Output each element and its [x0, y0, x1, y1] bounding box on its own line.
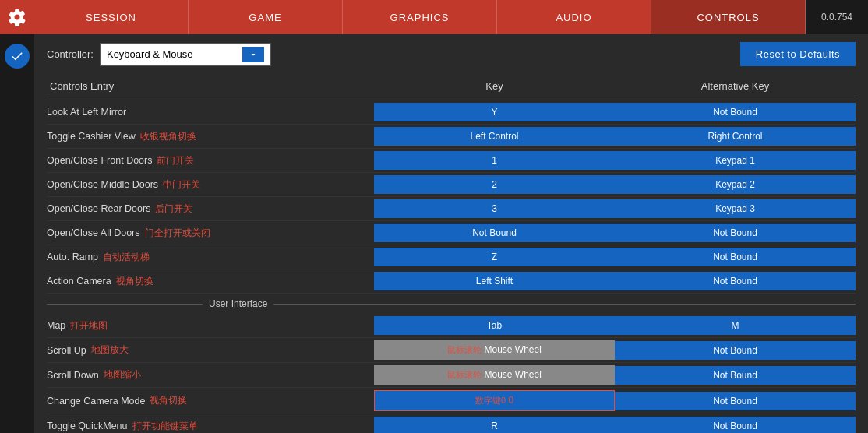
key-button[interactable]: Left Control [374, 127, 615, 146]
entry-zh: 门全打开或关闭 [145, 227, 210, 240]
entry-en: Change Camera Mode [47, 396, 145, 407]
col-key: Key [374, 80, 615, 92]
entry-zh: 视角切换 [150, 394, 187, 407]
section-title-ui: User Interface [209, 298, 267, 309]
entry-zh: 地图缩小 [104, 368, 141, 382]
controls-section-1: Look At Left Mirror Y Not Bound Toggle C… [47, 100, 856, 294]
entry-zh: 后门开关 [155, 202, 192, 216]
table-row: Change Camera Mode视角切换 数字键0 0 Not Bound [47, 388, 856, 414]
alt-key-button[interactable]: Not Bound [615, 366, 856, 385]
key-button[interactable]: Tab [374, 316, 615, 335]
table-row: Toggle QuickMenu打开功能键菜单 R Not Bound [47, 414, 856, 433]
dropdown-arrow-icon [242, 47, 264, 62]
entry-zh: 视角切换 [116, 275, 153, 288]
tab-session[interactable]: SESSION [34, 0, 189, 34]
key-prefix: 鼠标滚轮 [447, 345, 482, 354]
alt-key-button[interactable]: Not Bound [615, 417, 856, 433]
main-panel: Controller: Keyboard & Mouse Reset to De… [34, 34, 868, 433]
entry-zh: 地图放大 [91, 343, 129, 357]
entry-zh: 前门开关 [157, 154, 194, 167]
table-row: Open/Close Rear Doors后门开关 3 Keypad 3 [47, 197, 856, 221]
entry-en: Toggle QuickMenu [47, 421, 128, 431]
table-row: Scroll Up地图放大 鼠标滚轮 Mouse Wheel Not Bound [47, 338, 856, 363]
entry-en: Scroll Up [47, 345, 86, 356]
alt-key-button[interactable]: Not Bound [615, 103, 856, 121]
col-alt-key: Alternative Key [615, 80, 856, 92]
table-row: Open/Close All Doors门全打开或关闭 Not Bound No… [47, 221, 856, 245]
version-label: 0.0.754 [806, 0, 868, 34]
table-header: Controls Entry Key Alternative Key [47, 76, 856, 97]
entry-en: Toggle Cashier View [47, 131, 136, 142]
entry-en: Map [47, 320, 65, 331]
key-prefix: 鼠标滚轮 [447, 370, 482, 379]
table-row: Toggle Cashier View收银视角切换 Left Control R… [47, 125, 856, 149]
table-row: Scroll Down地图缩小 鼠标滚轮 Mouse Wheel Not Bou… [47, 363, 856, 388]
controller-row: Controller: Keyboard & Mouse Reset to De… [47, 42, 856, 66]
section-divider-ui: User Interface [47, 294, 856, 314]
entry-en: Open/Close Rear Doors [47, 203, 150, 214]
key-button[interactable]: 数字键0 0 [374, 390, 615, 411]
gear-icon[interactable] [0, 0, 34, 34]
table-row: Open/Close Middle Doors中门开关 2 Keypad 2 [47, 173, 856, 197]
entry-zh: 收银视角切换 [140, 130, 196, 143]
key-button[interactable]: 3 [374, 199, 615, 218]
table-row: Auto. Ramp自动活动梯 Z Not Bound [47, 245, 856, 269]
checkmark-icon[interactable] [5, 44, 30, 69]
entry-zh: 自动活动梯 [103, 251, 150, 264]
controls-section-2: Map打开地图 Tab M Scroll Up地图放大 鼠标滚轮 Mouse W… [47, 314, 856, 433]
alt-key-button[interactable]: Not Bound [615, 392, 856, 410]
key-button[interactable]: Not Bound [374, 224, 615, 242]
tab-game[interactable]: GAME [189, 0, 343, 34]
divider-line-right [273, 304, 856, 305]
controller-label: Controller: [47, 48, 94, 60]
table-row: Map打开地图 Tab M [47, 314, 856, 338]
alt-key-button[interactable]: Not Bound [615, 224, 856, 242]
col-entry: Controls Entry [47, 80, 374, 92]
entry-en: Open/Close Front Doors [47, 155, 152, 166]
alt-key-button[interactable]: Keypad 2 [615, 175, 856, 194]
table-row: Look At Left Mirror Y Not Bound [47, 100, 856, 125]
table-row: Open/Close Front Doors前门开关 1 Keypad 1 [47, 149, 856, 173]
top-nav: SESSION GAME GRAPHICS AUDIO CONTROLS 0.0… [0, 0, 868, 34]
tab-graphics[interactable]: GRAPHICS [343, 0, 497, 34]
divider-line-left [47, 304, 203, 305]
alt-key-button[interactable]: Not Bound [615, 341, 856, 360]
content-area: Controller: Keyboard & Mouse Reset to De… [0, 34, 868, 433]
table-row: Action Camera视角切换 Left Shift Not Bound [47, 269, 856, 294]
key-button[interactable]: 鼠标滚轮 Mouse Wheel [374, 340, 615, 360]
entry-en: Action Camera [47, 276, 111, 287]
alt-key-button[interactable]: Right Control [615, 127, 856, 146]
reset-defaults-button[interactable]: Reset to Defaults [740, 42, 856, 66]
key-button[interactable]: Z [374, 248, 615, 266]
alt-key-button[interactable]: Keypad 1 [615, 151, 856, 170]
controller-dropdown[interactable]: Keyboard & Mouse [100, 43, 271, 66]
key-button[interactable]: R [374, 417, 615, 433]
tab-audio[interactable]: AUDIO [497, 0, 651, 34]
key-button[interactable]: Left Shift [374, 272, 615, 290]
entry-zh: 中门开关 [163, 178, 200, 192]
entry-en: Scroll Down [47, 370, 99, 381]
key-button[interactable]: 2 [374, 175, 615, 194]
tab-controls[interactable]: CONTROLS [651, 0, 806, 34]
entry-en: Look At Left Mirror [47, 107, 126, 118]
key-prefix: 数字键0 [475, 396, 506, 405]
entry-zh: 打开地图 [70, 319, 108, 333]
entry-en: Auto. Ramp [47, 252, 98, 262]
sidebar [0, 34, 34, 433]
alt-key-button[interactable]: Keypad 3 [615, 199, 856, 218]
alt-key-button[interactable]: Not Bound [615, 272, 856, 290]
key-button[interactable]: 鼠标滚轮 Mouse Wheel [374, 365, 615, 385]
key-button[interactable]: 1 [374, 151, 615, 170]
entry-zh: 打开功能键菜单 [132, 420, 198, 433]
alt-key-button[interactable]: M [615, 316, 856, 335]
entry-en: Open/Close All Doors [47, 227, 140, 238]
alt-key-button[interactable]: Not Bound [615, 248, 856, 266]
entry-en: Open/Close Middle Doors [47, 179, 158, 190]
key-button[interactable]: Y [374, 103, 615, 121]
